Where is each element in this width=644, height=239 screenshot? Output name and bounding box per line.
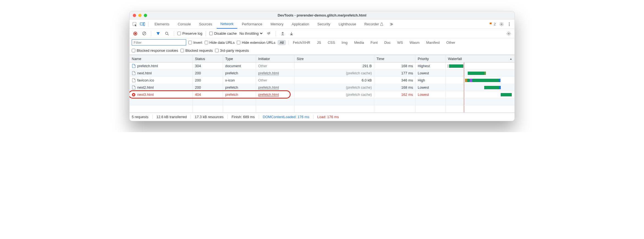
svg-rect-1: [140, 23, 143, 25]
status-requests: 5 requests: [132, 115, 152, 119]
invert-checkbox[interactable]: Invert: [188, 40, 202, 45]
svg-point-4: [509, 22, 510, 23]
third-party-checkbox[interactable]: 3rd-party requests: [215, 48, 249, 53]
col-status[interactable]: Status: [193, 55, 223, 62]
svg-line-10: [168, 34, 169, 35]
filter-input[interactable]: [132, 39, 186, 45]
request-initiator: Other: [256, 63, 295, 69]
type-filter-ws[interactable]: WS: [395, 40, 405, 45]
status-transferred: 12.6 kB transferred: [152, 115, 191, 119]
status-resources: 17.3 kB resources: [191, 115, 227, 119]
table-row[interactable]: prefetch.html 304 document Other 291 B 1…: [130, 63, 514, 70]
tab-performance[interactable]: Performance: [238, 20, 266, 29]
record-button[interactable]: [132, 30, 139, 37]
request-initiator: Other: [256, 77, 295, 84]
request-time: 162 ms: [374, 91, 415, 98]
type-filter-css[interactable]: CSS: [326, 40, 337, 45]
more-tabs-button[interactable]: [388, 21, 395, 28]
tab-network[interactable]: Network: [217, 20, 238, 29]
device-toolbar-icon[interactable]: [139, 21, 146, 28]
tab-elements[interactable]: Elements: [151, 20, 173, 29]
col-priority[interactable]: Priority: [415, 55, 446, 62]
col-size[interactable]: Size: [295, 55, 374, 62]
waterfall-cell: [446, 91, 514, 98]
tab-lighthouse[interactable]: Lighthouse: [335, 20, 360, 29]
waterfall-cell: [446, 84, 514, 91]
network-conditions-icon[interactable]: [265, 30, 272, 37]
table-row[interactable]: next.html 200 prefetch prefetch.html (pr…: [130, 70, 514, 77]
request-size: (prefetch cache): [295, 70, 374, 77]
table-row[interactable]: next3.html 404 prefetch prefetch.html (p…: [130, 91, 514, 98]
type-filter-img[interactable]: Img: [339, 40, 350, 45]
error-icon: [132, 93, 136, 97]
tab-recorder-label: Recorder: [364, 22, 379, 26]
tab-security[interactable]: Security: [313, 20, 334, 29]
request-type: document: [223, 63, 256, 69]
throttling-select[interactable]: No throttling: [238, 31, 263, 36]
svg-point-12: [508, 33, 509, 34]
table-row[interactable]: next2.html 200 prefetch prefetch.html (p…: [130, 84, 514, 91]
request-initiator[interactable]: prefetch.html: [256, 70, 295, 77]
request-type: prefetch: [223, 70, 256, 77]
request-time: 346 ms: [374, 77, 415, 84]
col-waterfall[interactable]: Waterfall▲: [446, 55, 514, 62]
settings-icon[interactable]: [498, 21, 505, 28]
type-filter-all[interactable]: All: [277, 40, 286, 45]
request-size: (prefetch cache): [295, 84, 374, 91]
blocked-requests-checkbox[interactable]: Blocked requests: [180, 48, 213, 53]
request-type: prefetch: [223, 91, 256, 98]
tab-console[interactable]: Console: [174, 20, 195, 29]
network-settings-icon[interactable]: [505, 30, 512, 37]
import-har-icon[interactable]: [279, 30, 286, 37]
type-filter-doc[interactable]: Doc: [382, 40, 393, 45]
request-size: 291 B: [295, 63, 374, 69]
request-priority: Highest: [415, 63, 446, 69]
blocked-cookies-checkbox[interactable]: Blocked response cookies: [132, 48, 178, 53]
hide-extension-urls-checkbox[interactable]: Hide extension URLs: [237, 40, 275, 45]
file-icon: [132, 78, 136, 82]
tab-application[interactable]: Application: [288, 20, 313, 29]
col-time[interactable]: Time: [374, 55, 415, 62]
request-initiator[interactable]: prefetch.html: [256, 84, 295, 91]
request-status: 200: [193, 77, 223, 84]
tab-recorder[interactable]: Recorder: [360, 20, 387, 29]
col-type[interactable]: Type: [223, 55, 256, 62]
export-har-icon[interactable]: [288, 30, 295, 37]
type-filter-font[interactable]: Font: [368, 40, 380, 45]
col-name[interactable]: Name: [130, 55, 193, 62]
kebab-menu-icon[interactable]: [506, 21, 513, 28]
disable-cache-checkbox[interactable]: Disable cache: [209, 31, 237, 36]
hide-data-urls-checkbox[interactable]: Hide data URLs: [205, 40, 235, 45]
preserve-log-checkbox[interactable]: Preserve log: [177, 31, 202, 36]
inspect-element-icon[interactable]: [131, 21, 138, 28]
request-initiator[interactable]: prefetch.html: [256, 91, 295, 98]
tab-memory[interactable]: Memory: [267, 20, 287, 29]
table-row-empty: [130, 98, 514, 105]
filterbar-row-1: Invert Hide data URLs Hide extension URL…: [130, 38, 514, 47]
svg-point-3: [501, 23, 502, 25]
request-status: 200: [193, 84, 223, 91]
type-filter-other[interactable]: Other: [444, 40, 458, 45]
waterfall-cell: [446, 70, 514, 77]
type-filter-media[interactable]: Media: [352, 40, 366, 45]
request-priority: Lowest: [415, 84, 446, 91]
table-row[interactable]: favicon.ico 200 x-icon Other 6.0 kB 346 …: [130, 77, 514, 84]
devtools-window: DevTools - prerender-demos.glitch.me/pre…: [129, 11, 515, 121]
type-filter-wasm[interactable]: Wasm: [408, 40, 422, 45]
type-filter-manifest[interactable]: Manifest: [424, 40, 442, 45]
request-priority: Lowest: [415, 70, 446, 77]
tab-sources[interactable]: Sources: [195, 20, 216, 29]
status-load: Load: 176 ms: [313, 115, 343, 119]
col-initiator[interactable]: Initiator: [256, 55, 295, 62]
type-filter-js[interactable]: JS: [315, 40, 323, 45]
table-header: Name Status Type Initiator Size Time Pri…: [130, 55, 514, 63]
filter-icon[interactable]: [155, 30, 162, 37]
request-name: next2.html: [137, 85, 154, 89]
type-filter-fetch[interactable]: Fetch/XHR: [291, 40, 313, 45]
file-icon: [132, 86, 136, 89]
issues-badge[interactable]: 2: [488, 22, 497, 26]
clear-button[interactable]: [141, 30, 148, 37]
main-tab-strip: Elements Console Sources Network Perform…: [130, 20, 514, 29]
search-icon[interactable]: [163, 30, 170, 37]
network-toolbar: Preserve log Disable cache No throttling: [130, 29, 514, 38]
